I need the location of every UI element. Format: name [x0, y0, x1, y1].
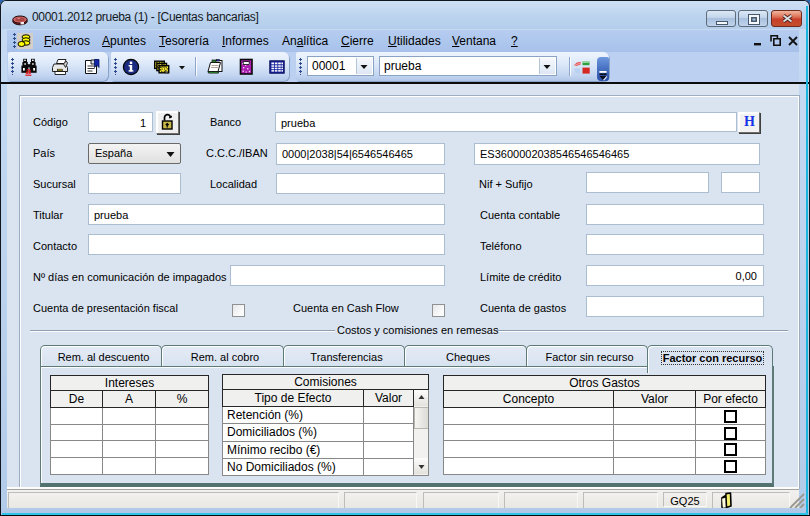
svg-text:a: a: [26, 65, 32, 76]
